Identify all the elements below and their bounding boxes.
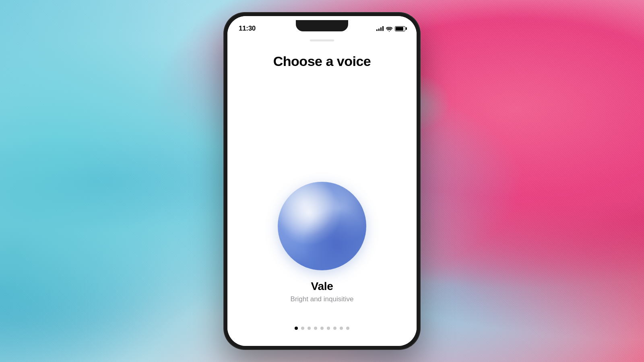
phone-frame: 11:30 bbox=[223, 12, 421, 350]
voice-avatar-container[interactable]: Vale Bright and inquisitive bbox=[278, 182, 366, 303]
voice-avatar[interactable] bbox=[278, 182, 366, 270]
page-title: Choose a voice bbox=[273, 53, 371, 69]
voice-description: Bright and inquisitive bbox=[291, 295, 354, 303]
battery-fill bbox=[396, 27, 403, 31]
wifi-icon bbox=[386, 26, 392, 31]
pagination-dots[interactable] bbox=[295, 327, 349, 334]
signal-bar-2 bbox=[378, 29, 380, 31]
dot-7[interactable] bbox=[333, 327, 336, 330]
status-icons bbox=[376, 26, 405, 31]
voice-name: Vale bbox=[311, 280, 333, 293]
dot-1[interactable] bbox=[295, 327, 298, 330]
signal-bar-4 bbox=[382, 26, 384, 31]
signal-icon bbox=[376, 26, 384, 31]
dot-9[interactable] bbox=[346, 327, 349, 330]
dot-3[interactable] bbox=[308, 327, 311, 330]
dot-5[interactable] bbox=[320, 327, 324, 330]
screen-content: Choose a voice Vale Bright and inquisiti… bbox=[227, 41, 417, 346]
status-time: 11:30 bbox=[239, 25, 256, 33]
signal-bar-1 bbox=[376, 29, 378, 31]
signal-bar-3 bbox=[380, 27, 382, 31]
dot-2[interactable] bbox=[301, 327, 304, 330]
battery-icon bbox=[395, 26, 405, 31]
dot-8[interactable] bbox=[340, 327, 343, 330]
phone-notch bbox=[296, 20, 348, 31]
dot-6[interactable] bbox=[327, 327, 330, 330]
phone-screen: 11:30 bbox=[227, 16, 417, 346]
phone-body: 11:30 bbox=[223, 12, 421, 350]
dot-4[interactable] bbox=[314, 327, 317, 330]
